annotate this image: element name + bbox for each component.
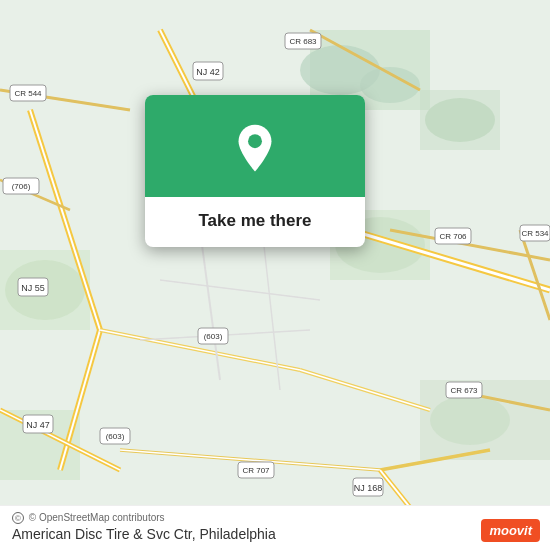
moovit-logo: moovit bbox=[481, 519, 540, 542]
map-roads-overlay: NJ 42 CR 683 CR 544 (706) NJ 55 CR 706 (… bbox=[0, 0, 550, 550]
svg-text:CR 673: CR 673 bbox=[450, 386, 478, 395]
copyright-text: © © OpenStreetMap contributors bbox=[12, 512, 538, 524]
svg-text:(603): (603) bbox=[204, 332, 223, 341]
location-title: American Disc Tire & Svc Ctr, Philadelph… bbox=[12, 526, 538, 542]
svg-line-38 bbox=[520, 230, 550, 320]
svg-text:CR 706: CR 706 bbox=[439, 232, 467, 241]
svg-line-41 bbox=[160, 280, 320, 300]
svg-text:NJ 168: NJ 168 bbox=[354, 483, 383, 493]
svg-text:CR 544: CR 544 bbox=[14, 89, 42, 98]
svg-point-11 bbox=[430, 395, 510, 445]
svg-point-4 bbox=[425, 98, 495, 142]
map-container: NJ 42 CR 683 CR 544 (706) NJ 55 CR 706 (… bbox=[0, 0, 550, 550]
svg-text:CR 707: CR 707 bbox=[242, 466, 270, 475]
svg-text:NJ 55: NJ 55 bbox=[21, 283, 45, 293]
svg-point-69 bbox=[248, 134, 262, 148]
take-me-there-button[interactable]: Take me there bbox=[145, 197, 365, 247]
svg-line-39 bbox=[200, 230, 220, 380]
osm-attribution: © OpenStreetMap contributors bbox=[29, 512, 165, 523]
popup-header bbox=[145, 95, 365, 197]
location-pin-icon bbox=[229, 123, 281, 175]
svg-text:(706): (706) bbox=[12, 182, 31, 191]
svg-line-31 bbox=[300, 370, 430, 410]
svg-text:CR 534: CR 534 bbox=[521, 229, 549, 238]
svg-text:NJ 47: NJ 47 bbox=[26, 420, 50, 430]
svg-text:NJ 42: NJ 42 bbox=[196, 67, 220, 77]
copyright-icon: © bbox=[12, 512, 24, 524]
popup-card: Take me there bbox=[145, 95, 365, 247]
bottom-bar: © © OpenStreetMap contributors American … bbox=[0, 505, 550, 550]
svg-text:(603): (603) bbox=[106, 432, 125, 441]
svg-text:CR 683: CR 683 bbox=[289, 37, 317, 46]
